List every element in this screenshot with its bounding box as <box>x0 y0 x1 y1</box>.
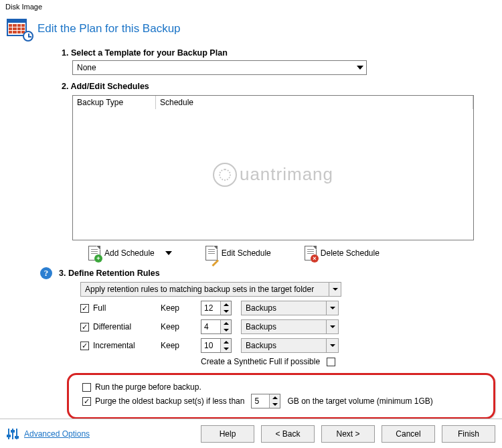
calendar-clock-icon <box>5 17 32 40</box>
synthetic-checkbox[interactable] <box>327 358 335 366</box>
purge-threshold-spinner[interactable] <box>251 394 280 408</box>
back-button[interactable]: < Back <box>261 425 315 443</box>
document-edit-icon <box>205 246 218 260</box>
differential-unit-value: Backups <box>246 322 276 331</box>
document-delete-icon: × <box>305 246 317 260</box>
help-button[interactable]: Help <box>201 425 254 443</box>
differential-checkbox[interactable]: ✓ <box>80 323 89 331</box>
full-unit-select[interactable]: Backups <box>241 301 339 315</box>
template-select-value: None <box>77 63 96 72</box>
full-checkbox[interactable]: ✓ <box>80 304 89 313</box>
schedule-table-body[interactable]: uantrimang <box>73 109 473 240</box>
chevron-down-icon <box>333 288 338 291</box>
incremental-checkbox[interactable]: ✓ <box>80 342 89 350</box>
document-add-icon: + <box>88 246 100 260</box>
full-label: Full <box>93 303 106 313</box>
schedule-table: Backup Type Schedule uantrimang <box>72 95 474 240</box>
keep-label: Keep <box>161 322 201 331</box>
col-schedule[interactable]: Schedule <box>156 96 473 109</box>
spin-down[interactable] <box>221 327 231 333</box>
help-icon[interactable]: ? <box>40 267 52 279</box>
advanced-options-label: Advanced Options <box>24 429 90 439</box>
page-title: Edit the Plan for this Backup <box>37 22 181 35</box>
col-backup-type[interactable]: Backup Type <box>73 96 156 109</box>
purge-oldest-suffix: GB on the target volume (minimum 1GB) <box>287 396 432 406</box>
retention-rule-select[interactable]: Apply retention rules to matching backup… <box>80 282 341 297</box>
cancel-button[interactable]: Cancel <box>382 425 435 443</box>
delete-schedule-label: Delete Schedule <box>321 248 380 258</box>
chevron-down-icon <box>330 307 335 309</box>
incremental-unit-select[interactable]: Backups <box>241 338 339 353</box>
step1-heading: 1. Select a Template for your Backup Pla… <box>62 48 495 58</box>
incremental-keep-spinner[interactable] <box>201 338 232 353</box>
synthetic-label: Create a Synthetic Full if possible <box>201 357 320 366</box>
template-select[interactable]: None <box>72 60 367 75</box>
spin-up[interactable] <box>221 339 231 346</box>
keep-label: Keep <box>161 303 201 313</box>
spin-down[interactable] <box>270 401 280 408</box>
incremental-keep-value[interactable] <box>201 339 220 352</box>
spin-up[interactable] <box>221 320 231 327</box>
edit-schedule-button[interactable]: Edit Schedule <box>205 246 271 260</box>
purge-highlight-box: Run the purge before backup. ✓ Purge the… <box>67 373 495 419</box>
spin-up[interactable] <box>270 394 280 401</box>
spin-down[interactable] <box>221 346 231 352</box>
spin-up[interactable] <box>221 301 231 308</box>
full-keep-value[interactable] <box>201 301 220 315</box>
purge-oldest-checkbox[interactable]: ✓ <box>82 397 91 406</box>
advanced-options-link[interactable]: Advanced Options <box>7 428 90 440</box>
differential-unit-select[interactable]: Backups <box>241 319 339 334</box>
differential-keep-spinner[interactable] <box>201 319 232 334</box>
spin-down[interactable] <box>221 308 231 315</box>
incremental-label: Incremental <box>93 341 135 350</box>
window-title: Disk Image <box>0 0 502 17</box>
chevron-down-icon <box>330 325 335 328</box>
step3-heading: 3. Define Retention Rules <box>59 269 160 278</box>
chevron-down-icon <box>330 344 335 347</box>
chevron-down-icon <box>357 66 363 70</box>
watermark: uantrimang <box>213 163 333 187</box>
incremental-unit-value: Backups <box>246 341 276 350</box>
step2-heading: 2. Add/Edit Schedules <box>62 82 495 91</box>
next-button[interactable]: Next > <box>321 425 375 443</box>
edit-schedule-label: Edit Schedule <box>222 248 271 258</box>
add-schedule-label: Add Schedule <box>104 248 155 258</box>
finish-button[interactable]: Finish <box>442 425 495 443</box>
purge-threshold-value[interactable] <box>252 394 269 408</box>
differential-keep-value[interactable] <box>201 320 220 333</box>
delete-schedule-button[interactable]: × Delete Schedule <box>305 246 380 260</box>
sliders-icon <box>7 428 19 440</box>
full-unit-value: Backups <box>246 303 276 313</box>
run-purge-before-label: Run the purge before backup. <box>95 382 201 392</box>
differential-label: Differential <box>93 322 131 331</box>
add-schedule-button[interactable]: + Add Schedule <box>88 246 172 260</box>
retention-rule-value: Apply retention rules to matching backup… <box>85 285 314 294</box>
full-keep-spinner[interactable] <box>201 301 232 315</box>
keep-label: Keep <box>161 341 201 350</box>
purge-oldest-prefix: Purge the oldest backup set(s) if less t… <box>95 396 244 406</box>
run-purge-before-checkbox[interactable] <box>82 383 91 392</box>
chevron-down-icon <box>165 251 172 255</box>
